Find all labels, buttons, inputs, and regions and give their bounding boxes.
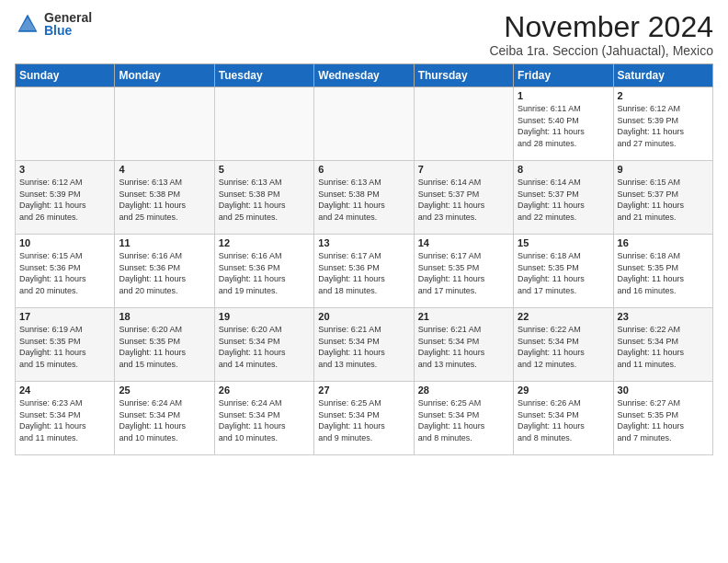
day-info: Sunrise: 6:21 AM Sunset: 5:34 PM Dayligh… xyxy=(318,324,409,370)
day-number: 25 xyxy=(119,385,210,396)
week-row-3: 10Sunrise: 6:15 AM Sunset: 5:36 PM Dayli… xyxy=(16,235,713,308)
day-info: Sunrise: 6:24 AM Sunset: 5:34 PM Dayligh… xyxy=(119,397,210,443)
day-number: 4 xyxy=(119,164,210,175)
day-info: Sunrise: 6:17 AM Sunset: 5:36 PM Dayligh… xyxy=(318,250,409,296)
logo-icon xyxy=(15,11,40,37)
day-cell: 9Sunrise: 6:15 AM Sunset: 5:37 PM Daylig… xyxy=(613,161,712,235)
day-number: 27 xyxy=(318,385,409,396)
day-info: Sunrise: 6:27 AM Sunset: 5:35 PM Dayligh… xyxy=(618,397,709,443)
logo-text: General Blue xyxy=(44,11,92,37)
day-number: 9 xyxy=(618,164,709,175)
day-info: Sunrise: 6:13 AM Sunset: 5:38 PM Dayligh… xyxy=(318,177,409,223)
day-number: 18 xyxy=(119,311,210,322)
day-number: 26 xyxy=(219,385,310,396)
day-cell: 6Sunrise: 6:13 AM Sunset: 5:38 PM Daylig… xyxy=(314,161,414,235)
day-cell xyxy=(414,87,513,161)
calendar-title: November 2024 xyxy=(489,11,713,43)
day-info: Sunrise: 6:26 AM Sunset: 5:34 PM Dayligh… xyxy=(518,397,609,443)
day-cell xyxy=(16,87,115,161)
page: General Blue November 2024 Ceiba 1ra. Se… xyxy=(0,0,728,463)
day-number: 16 xyxy=(618,237,709,248)
day-info: Sunrise: 6:18 AM Sunset: 5:35 PM Dayligh… xyxy=(518,250,609,296)
day-cell: 8Sunrise: 6:14 AM Sunset: 5:37 PM Daylig… xyxy=(514,161,613,235)
day-number: 14 xyxy=(418,237,509,248)
day-cell: 11Sunrise: 6:16 AM Sunset: 5:36 PM Dayli… xyxy=(115,235,214,308)
title-block: November 2024 Ceiba 1ra. Seccion (Jahuac… xyxy=(489,11,713,58)
day-number: 19 xyxy=(219,311,310,322)
day-cell: 29Sunrise: 6:26 AM Sunset: 5:34 PM Dayli… xyxy=(514,382,613,455)
day-cell: 23Sunrise: 6:22 AM Sunset: 5:34 PM Dayli… xyxy=(613,308,712,382)
day-number: 2 xyxy=(618,90,709,101)
calendar-table: SundayMondayTuesdayWednesdayThursdayFrid… xyxy=(15,63,713,455)
day-info: Sunrise: 6:22 AM Sunset: 5:34 PM Dayligh… xyxy=(618,324,709,370)
day-cell: 3Sunrise: 6:12 AM Sunset: 5:39 PM Daylig… xyxy=(16,161,115,235)
day-cell: 5Sunrise: 6:13 AM Sunset: 5:38 PM Daylig… xyxy=(214,161,313,235)
day-cell xyxy=(115,87,214,161)
day-cell: 19Sunrise: 6:20 AM Sunset: 5:34 PM Dayli… xyxy=(214,308,313,382)
svg-marker-1 xyxy=(19,17,36,30)
day-cell: 25Sunrise: 6:24 AM Sunset: 5:34 PM Dayli… xyxy=(115,382,214,455)
day-info: Sunrise: 6:22 AM Sunset: 5:34 PM Dayligh… xyxy=(518,324,609,370)
day-cell xyxy=(314,87,414,161)
day-cell: 15Sunrise: 6:18 AM Sunset: 5:35 PM Dayli… xyxy=(514,235,613,308)
logo: General Blue xyxy=(15,11,92,37)
header-day-friday: Friday xyxy=(514,64,613,87)
day-number: 20 xyxy=(318,311,409,322)
day-info: Sunrise: 6:20 AM Sunset: 5:34 PM Dayligh… xyxy=(219,324,310,370)
day-number: 12 xyxy=(219,237,310,248)
week-row-4: 17Sunrise: 6:19 AM Sunset: 5:35 PM Dayli… xyxy=(16,308,713,382)
day-number: 8 xyxy=(518,164,609,175)
day-number: 21 xyxy=(418,311,509,322)
day-number: 3 xyxy=(19,164,110,175)
day-info: Sunrise: 6:14 AM Sunset: 5:37 PM Dayligh… xyxy=(418,177,509,223)
week-row-5: 24Sunrise: 6:23 AM Sunset: 5:34 PM Dayli… xyxy=(16,382,713,455)
day-cell: 1Sunrise: 6:11 AM Sunset: 5:40 PM Daylig… xyxy=(514,87,613,161)
header-day-wednesday: Wednesday xyxy=(314,64,414,87)
header-day-tuesday: Tuesday xyxy=(214,64,313,87)
day-cell: 13Sunrise: 6:17 AM Sunset: 5:36 PM Dayli… xyxy=(314,235,414,308)
day-cell: 12Sunrise: 6:16 AM Sunset: 5:36 PM Dayli… xyxy=(214,235,313,308)
day-cell: 22Sunrise: 6:22 AM Sunset: 5:34 PM Dayli… xyxy=(514,308,613,382)
day-number: 29 xyxy=(518,385,609,396)
day-number: 7 xyxy=(418,164,509,175)
day-info: Sunrise: 6:21 AM Sunset: 5:34 PM Dayligh… xyxy=(418,324,509,370)
day-number: 11 xyxy=(119,237,210,248)
header-day-monday: Monday xyxy=(115,64,214,87)
day-cell: 7Sunrise: 6:14 AM Sunset: 5:37 PM Daylig… xyxy=(414,161,513,235)
day-info: Sunrise: 6:13 AM Sunset: 5:38 PM Dayligh… xyxy=(119,177,210,223)
week-row-2: 3Sunrise: 6:12 AM Sunset: 5:39 PM Daylig… xyxy=(16,161,713,235)
day-number: 28 xyxy=(418,385,509,396)
day-info: Sunrise: 6:18 AM Sunset: 5:35 PM Dayligh… xyxy=(618,250,709,296)
day-cell: 2Sunrise: 6:12 AM Sunset: 5:39 PM Daylig… xyxy=(613,87,712,161)
day-info: Sunrise: 6:14 AM Sunset: 5:37 PM Dayligh… xyxy=(518,177,609,223)
day-cell: 17Sunrise: 6:19 AM Sunset: 5:35 PM Dayli… xyxy=(16,308,115,382)
day-cell: 21Sunrise: 6:21 AM Sunset: 5:34 PM Dayli… xyxy=(414,308,513,382)
day-number: 23 xyxy=(618,311,709,322)
day-info: Sunrise: 6:17 AM Sunset: 5:35 PM Dayligh… xyxy=(418,250,509,296)
logo-general: General xyxy=(44,11,92,24)
day-cell xyxy=(214,87,313,161)
day-info: Sunrise: 6:15 AM Sunset: 5:36 PM Dayligh… xyxy=(19,250,110,296)
day-cell: 10Sunrise: 6:15 AM Sunset: 5:36 PM Dayli… xyxy=(16,235,115,308)
day-info: Sunrise: 6:24 AM Sunset: 5:34 PM Dayligh… xyxy=(219,397,310,443)
day-number: 22 xyxy=(518,311,609,322)
day-cell: 30Sunrise: 6:27 AM Sunset: 5:35 PM Dayli… xyxy=(613,382,712,455)
day-number: 30 xyxy=(618,385,709,396)
day-info: Sunrise: 6:16 AM Sunset: 5:36 PM Dayligh… xyxy=(219,250,310,296)
day-cell: 27Sunrise: 6:25 AM Sunset: 5:34 PM Dayli… xyxy=(314,382,414,455)
header-row: SundayMondayTuesdayWednesdayThursdayFrid… xyxy=(16,64,713,87)
day-info: Sunrise: 6:15 AM Sunset: 5:37 PM Dayligh… xyxy=(618,177,709,223)
header-day-saturday: Saturday xyxy=(613,64,712,87)
day-info: Sunrise: 6:13 AM Sunset: 5:38 PM Dayligh… xyxy=(219,177,310,223)
header-day-sunday: Sunday xyxy=(16,64,115,87)
day-number: 13 xyxy=(318,237,409,248)
logo-blue: Blue xyxy=(44,24,92,37)
day-number: 5 xyxy=(219,164,310,175)
day-cell: 20Sunrise: 6:21 AM Sunset: 5:34 PM Dayli… xyxy=(314,308,414,382)
day-info: Sunrise: 6:12 AM Sunset: 5:39 PM Dayligh… xyxy=(19,177,110,223)
day-info: Sunrise: 6:16 AM Sunset: 5:36 PM Dayligh… xyxy=(119,250,210,296)
day-cell: 24Sunrise: 6:23 AM Sunset: 5:34 PM Dayli… xyxy=(16,382,115,455)
day-info: Sunrise: 6:25 AM Sunset: 5:34 PM Dayligh… xyxy=(318,397,409,443)
day-info: Sunrise: 6:23 AM Sunset: 5:34 PM Dayligh… xyxy=(19,397,110,443)
day-info: Sunrise: 6:25 AM Sunset: 5:34 PM Dayligh… xyxy=(418,397,509,443)
